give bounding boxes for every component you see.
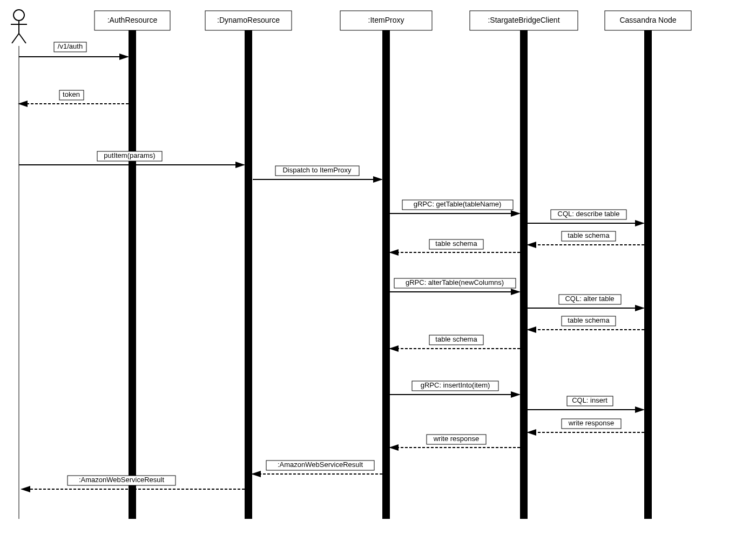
participant-item: :ItemProxy — [340, 11, 432, 30]
participant-auth-label: :AuthResource — [107, 16, 158, 24]
message-token: token — [19, 90, 129, 104]
message-cqlinsert: CQL: insert — [528, 396, 644, 410]
message-tableschema2: table schema — [390, 239, 520, 252]
message-dispatch-label: Dispatch to ItemProxy — [282, 166, 352, 174]
message-writeresponse1-label: write response — [568, 419, 615, 427]
message-writeresponse2: write response — [390, 435, 520, 448]
message-altertable-label: gRPC: alterTable(newColumns) — [406, 278, 504, 286]
message-awsresult1: :AmazonWebServiceResult — [252, 460, 382, 474]
svg-line-3 — [12, 34, 19, 43]
participant-item-label: :ItemProxy — [368, 16, 404, 24]
message-describetable: CQL: describe table — [528, 210, 644, 223]
message-auth: /v1/auth — [19, 42, 128, 57]
message-awsresult1-label: :AmazonWebServiceResult — [278, 460, 363, 469]
participant-cassandra: Cassandra Node — [605, 11, 691, 30]
message-gettable-label: gRPC: getTable(tableName) — [414, 200, 502, 208]
participant-cassandra-label: Cassandra Node — [619, 16, 676, 24]
message-token-label: token — [63, 90, 80, 98]
message-writeresponse2-label: write response — [433, 435, 480, 443]
message-tableschema3: table schema — [528, 316, 644, 330]
participant-bridge: :StargateBridgeClient — [470, 11, 578, 30]
message-cqlinsert-label: CQL: insert — [572, 396, 608, 404]
message-tableschema4-label: table schema — [435, 335, 477, 343]
message-tableschema4: table schema — [390, 335, 520, 349]
participant-bridge-label: :StargateBridgeClient — [488, 16, 559, 24]
message-tableschema1-label: table schema — [568, 231, 610, 239]
message-insertinto-label: gRPC: insertInto(item) — [421, 381, 490, 389]
participant-dynamo-label: :DynamoResource — [217, 16, 280, 24]
message-awsresult2-label: :AmazonWebServiceResult — [79, 476, 164, 484]
message-gettable: gRPC: getTable(tableName) — [390, 200, 519, 213]
participant-dynamo: :DynamoResource — [205, 11, 292, 30]
message-putitem-label: putItem(params) — [104, 151, 155, 159]
message-writeresponse1: write response — [528, 419, 644, 432]
svg-point-0 — [14, 10, 24, 21]
message-tableschema2-label: table schema — [435, 239, 477, 248]
sequence-diagram: :AuthResource :DynamoResource :ItemProxy… — [0, 0, 756, 534]
actor-sdk-client — [11, 10, 27, 43]
message-describetable-label: CQL: describe table — [558, 210, 620, 218]
message-auth-label: /v1/auth — [58, 42, 83, 50]
message-cqlalter: CQL: alter table — [528, 295, 644, 308]
message-tableschema1: table schema — [528, 231, 644, 245]
message-cqlalter-label: CQL: alter table — [565, 295, 614, 303]
message-dispatch: Dispatch to ItemProxy — [253, 166, 382, 179]
message-tableschema3-label: table schema — [568, 316, 610, 324]
message-altertable: gRPC: alterTable(newColumns) — [390, 278, 519, 292]
participant-auth: :AuthResource — [94, 11, 170, 30]
message-insertinto: gRPC: insertInto(item) — [390, 381, 519, 395]
svg-line-4 — [19, 34, 26, 43]
